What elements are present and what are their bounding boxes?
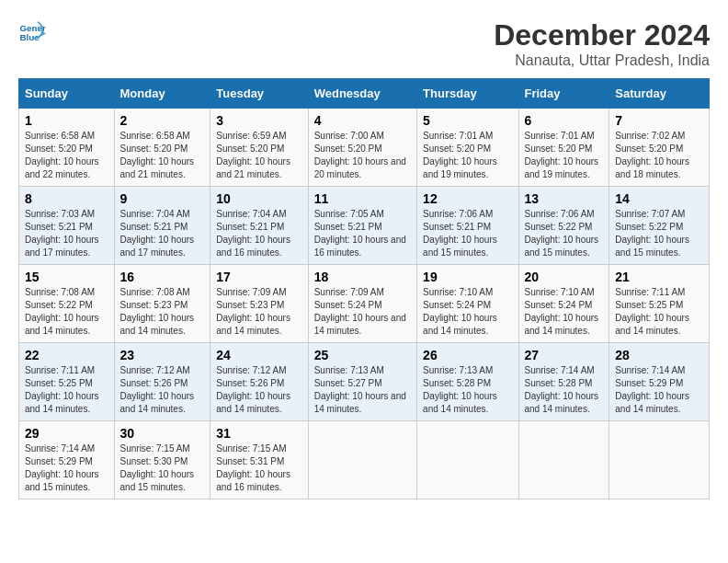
calendar-cell: 23 Sunrise: 7:12 AMSunset: 5:26 PMDaylig… xyxy=(114,343,210,421)
header: General Blue December 2024 Nanauta, Utta… xyxy=(18,18,710,69)
day-info: Sunrise: 7:03 AMSunset: 5:21 PMDaylight:… xyxy=(25,208,108,259)
day-number: 30 xyxy=(120,426,205,441)
calendar-cell: 8 Sunrise: 7:03 AMSunset: 5:21 PMDayligh… xyxy=(19,187,115,265)
day-number: 25 xyxy=(314,348,411,362)
calendar-cell: 30 Sunrise: 7:15 AMSunset: 5:30 PMDaylig… xyxy=(114,421,210,500)
calendar-cell: 24 Sunrise: 7:12 AMSunset: 5:26 PMDaylig… xyxy=(210,343,308,421)
calendar-cell: 14 Sunrise: 7:07 AMSunset: 5:22 PMDaylig… xyxy=(609,187,710,265)
calendar-cell: 10 Sunrise: 7:04 AMSunset: 5:21 PMDaylig… xyxy=(210,187,308,265)
day-number: 28 xyxy=(615,348,703,362)
day-number: 3 xyxy=(216,113,301,128)
day-info: Sunrise: 7:01 AMSunset: 5:20 PMDaylight:… xyxy=(525,130,604,181)
day-info: Sunrise: 7:06 AMSunset: 5:21 PMDaylight:… xyxy=(423,208,512,259)
day-number: 5 xyxy=(423,113,512,128)
day-info: Sunrise: 7:06 AMSunset: 5:22 PMDaylight:… xyxy=(525,208,604,259)
calendar-cell: 19 Sunrise: 7:10 AMSunset: 5:24 PMDaylig… xyxy=(417,265,518,343)
day-info: Sunrise: 7:11 AMSunset: 5:25 PMDaylight:… xyxy=(25,364,108,416)
calendar-cell: 20 Sunrise: 7:10 AMSunset: 5:24 PMDaylig… xyxy=(518,265,609,343)
calendar-cell: 11 Sunrise: 7:05 AMSunset: 5:21 PMDaylig… xyxy=(308,187,416,265)
title-area: December 2024 Nanauta, Uttar Pradesh, In… xyxy=(494,18,710,69)
header-saturday: Saturday xyxy=(609,79,710,109)
day-info: Sunrise: 7:10 AMSunset: 5:24 PMDaylight:… xyxy=(525,286,604,338)
calendar-week-row: 1 Sunrise: 6:58 AMSunset: 5:20 PMDayligh… xyxy=(19,109,710,187)
calendar-cell: 26 Sunrise: 7:13 AMSunset: 5:28 PMDaylig… xyxy=(417,343,518,421)
day-info: Sunrise: 7:12 AMSunset: 5:26 PMDaylight:… xyxy=(120,364,205,416)
calendar-cell: 31 Sunrise: 7:15 AMSunset: 5:31 PMDaylig… xyxy=(210,421,308,500)
day-number: 16 xyxy=(120,270,205,284)
calendar-cell: 9 Sunrise: 7:04 AMSunset: 5:21 PMDayligh… xyxy=(114,187,210,265)
day-number: 21 xyxy=(615,270,703,284)
calendar-cell: 4 Sunrise: 7:00 AMSunset: 5:20 PMDayligh… xyxy=(308,109,416,187)
calendar-cell: 5 Sunrise: 7:01 AMSunset: 5:20 PMDayligh… xyxy=(417,109,518,187)
day-number: 7 xyxy=(615,113,703,128)
calendar-week-row: 15 Sunrise: 7:08 AMSunset: 5:22 PMDaylig… xyxy=(19,265,710,343)
calendar-header-row: SundayMondayTuesdayWednesdayThursdayFrid… xyxy=(19,79,710,109)
day-info: Sunrise: 7:08 AMSunset: 5:22 PMDaylight:… xyxy=(25,286,108,338)
day-number: 9 xyxy=(120,191,205,206)
subtitle: Nanauta, Uttar Pradesh, India xyxy=(494,52,710,69)
day-info: Sunrise: 6:59 AMSunset: 5:20 PMDaylight:… xyxy=(216,130,301,181)
day-number: 24 xyxy=(216,348,301,362)
calendar-cell: 18 Sunrise: 7:09 AMSunset: 5:24 PMDaylig… xyxy=(308,265,416,343)
day-number: 14 xyxy=(615,191,703,206)
day-info: Sunrise: 7:14 AMSunset: 5:29 PMDaylight:… xyxy=(615,364,703,416)
day-number: 1 xyxy=(25,113,108,128)
calendar-week-row: 29 Sunrise: 7:14 AMSunset: 5:29 PMDaylig… xyxy=(19,421,710,500)
logo-icon: General Blue xyxy=(18,18,46,46)
calendar-cell: 3 Sunrise: 6:59 AMSunset: 5:20 PMDayligh… xyxy=(210,109,308,187)
day-info: Sunrise: 7:08 AMSunset: 5:23 PMDaylight:… xyxy=(120,286,205,338)
calendar-cell xyxy=(609,421,710,500)
day-number: 2 xyxy=(120,113,205,128)
day-info: Sunrise: 7:05 AMSunset: 5:21 PMDaylight:… xyxy=(314,208,411,259)
logo: General Blue xyxy=(18,18,46,46)
header-thursday: Thursday xyxy=(417,79,518,109)
calendar-cell xyxy=(518,421,609,500)
day-number: 11 xyxy=(314,191,411,206)
day-number: 26 xyxy=(423,348,512,362)
calendar-cell: 29 Sunrise: 7:14 AMSunset: 5:29 PMDaylig… xyxy=(19,421,115,500)
day-info: Sunrise: 7:10 AMSunset: 5:24 PMDaylight:… xyxy=(423,286,512,338)
day-number: 15 xyxy=(25,270,108,284)
calendar-cell: 13 Sunrise: 7:06 AMSunset: 5:22 PMDaylig… xyxy=(518,187,609,265)
day-number: 10 xyxy=(216,191,301,206)
day-number: 13 xyxy=(525,191,604,206)
day-info: Sunrise: 7:01 AMSunset: 5:20 PMDaylight:… xyxy=(423,130,512,181)
calendar-cell: 7 Sunrise: 7:02 AMSunset: 5:20 PMDayligh… xyxy=(609,109,710,187)
day-number: 12 xyxy=(423,191,512,206)
main-title: December 2024 xyxy=(494,18,710,52)
calendar-cell: 22 Sunrise: 7:11 AMSunset: 5:25 PMDaylig… xyxy=(19,343,115,421)
day-info: Sunrise: 7:15 AMSunset: 5:31 PMDaylight:… xyxy=(216,442,301,494)
day-info: Sunrise: 7:04 AMSunset: 5:21 PMDaylight:… xyxy=(216,208,301,259)
day-number: 23 xyxy=(120,348,205,362)
day-number: 31 xyxy=(216,426,301,441)
day-info: Sunrise: 7:13 AMSunset: 5:28 PMDaylight:… xyxy=(423,364,512,416)
calendar-table: SundayMondayTuesdayWednesdayThursdayFrid… xyxy=(18,78,710,500)
calendar-week-row: 8 Sunrise: 7:03 AMSunset: 5:21 PMDayligh… xyxy=(19,187,710,265)
day-info: Sunrise: 7:13 AMSunset: 5:27 PMDaylight:… xyxy=(314,364,411,416)
day-info: Sunrise: 7:12 AMSunset: 5:26 PMDaylight:… xyxy=(216,364,301,416)
day-info: Sunrise: 7:15 AMSunset: 5:30 PMDaylight:… xyxy=(120,442,205,494)
calendar-cell: 21 Sunrise: 7:11 AMSunset: 5:25 PMDaylig… xyxy=(609,265,710,343)
day-info: Sunrise: 7:14 AMSunset: 5:28 PMDaylight:… xyxy=(525,364,604,416)
day-info: Sunrise: 7:09 AMSunset: 5:23 PMDaylight:… xyxy=(216,286,301,338)
calendar-cell: 16 Sunrise: 7:08 AMSunset: 5:23 PMDaylig… xyxy=(114,265,210,343)
day-number: 8 xyxy=(25,191,108,206)
calendar-cell: 28 Sunrise: 7:14 AMSunset: 5:29 PMDaylig… xyxy=(609,343,710,421)
calendar-cell: 1 Sunrise: 6:58 AMSunset: 5:20 PMDayligh… xyxy=(19,109,115,187)
header-tuesday: Tuesday xyxy=(210,79,308,109)
day-info: Sunrise: 6:58 AMSunset: 5:20 PMDaylight:… xyxy=(120,130,205,181)
day-number: 6 xyxy=(525,113,604,128)
calendar-cell: 27 Sunrise: 7:14 AMSunset: 5:28 PMDaylig… xyxy=(518,343,609,421)
day-number: 22 xyxy=(25,348,108,362)
day-info: Sunrise: 7:00 AMSunset: 5:20 PMDaylight:… xyxy=(314,130,411,181)
day-number: 20 xyxy=(525,270,604,284)
calendar-cell: 15 Sunrise: 7:08 AMSunset: 5:22 PMDaylig… xyxy=(19,265,115,343)
day-info: Sunrise: 6:58 AMSunset: 5:20 PMDaylight:… xyxy=(25,130,108,181)
day-number: 27 xyxy=(525,348,604,362)
calendar-week-row: 22 Sunrise: 7:11 AMSunset: 5:25 PMDaylig… xyxy=(19,343,710,421)
day-number: 29 xyxy=(25,426,108,441)
day-info: Sunrise: 7:14 AMSunset: 5:29 PMDaylight:… xyxy=(25,442,108,494)
day-info: Sunrise: 7:11 AMSunset: 5:25 PMDaylight:… xyxy=(615,286,703,338)
day-number: 4 xyxy=(314,113,411,128)
header-sunday: Sunday xyxy=(19,79,115,109)
